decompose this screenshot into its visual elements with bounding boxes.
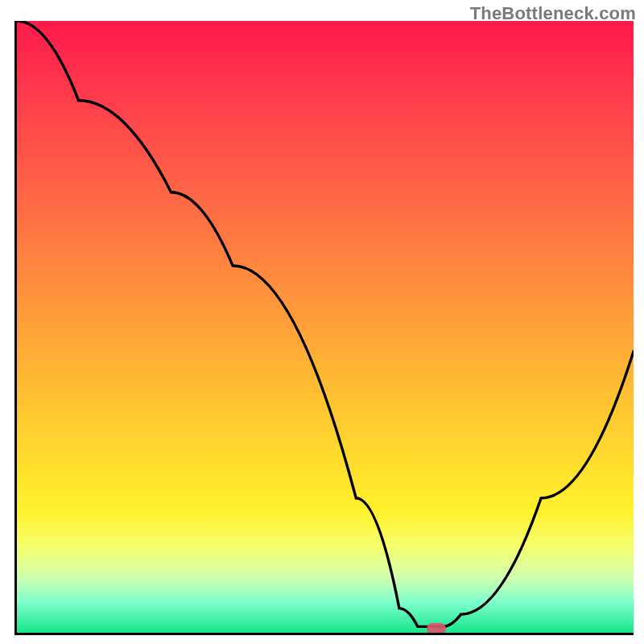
optimal-marker: [427, 623, 446, 634]
bottleneck-curve: [17, 21, 634, 633]
curve-path: [17, 21, 634, 626]
chart-container: TheBottleneck.com: [0, 0, 644, 644]
plot-area: [14, 21, 634, 635]
